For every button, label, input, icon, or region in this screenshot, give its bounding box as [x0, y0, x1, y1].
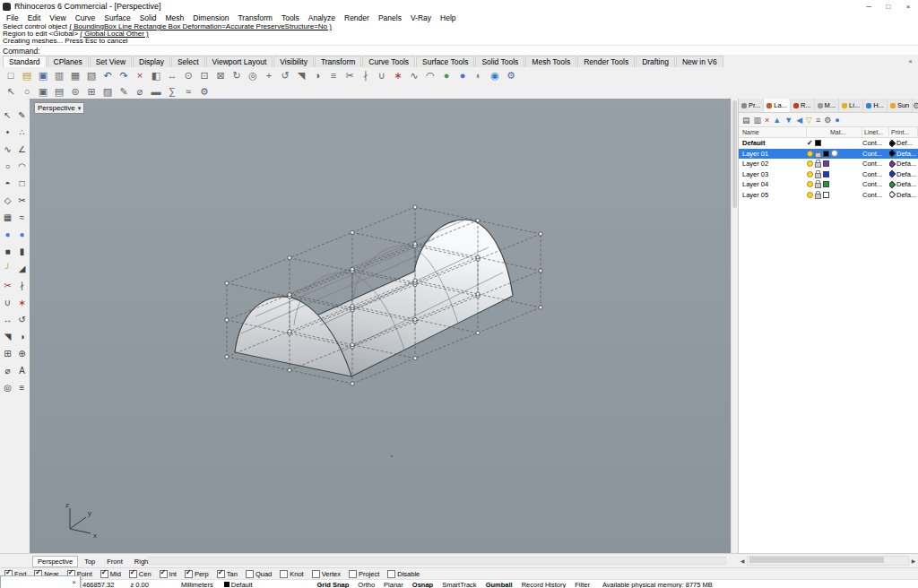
osnap-vertex[interactable]: Vertex	[312, 570, 341, 578]
zoom-window-button[interactable]: ⊡	[197, 68, 212, 82]
render-button[interactable]: ●	[455, 68, 470, 82]
floating-palette[interactable]: ×	[0, 575, 81, 588]
close-button[interactable]: ×	[898, 0, 918, 13]
control-point[interactable]	[225, 318, 229, 322]
measure-button[interactable]: ⌀	[133, 84, 147, 99]
layer-print-color[interactable]: Defa...	[889, 150, 918, 158]
dimension-tool[interactable]: ⌀	[1, 363, 14, 377]
layer-print-color[interactable]: Defa...	[889, 180, 918, 188]
menu-item-mesh[interactable]: Mesh	[161, 13, 189, 22]
layer-lock-icon[interactable]	[815, 152, 821, 158]
open-file-button[interactable]: ▤	[20, 68, 34, 82]
osnap-project[interactable]: Project	[349, 570, 379, 578]
new-file-button[interactable]: □	[4, 68, 18, 82]
options-button[interactable]: ⚙	[504, 68, 518, 82]
osnap-cen[interactable]: ✓Cen	[129, 570, 152, 578]
panel-horizontal-scrollbar[interactable]: ◀ ▶	[738, 554, 918, 567]
explode-button[interactable]: ∗	[391, 68, 405, 82]
status-pane-ortho[interactable]: Ortho	[358, 581, 375, 588]
viewport-title-tab[interactable]: Perspective ▾	[34, 102, 84, 114]
minimize-button[interactable]: ─	[859, 0, 879, 13]
move-button[interactable]: +	[262, 68, 276, 82]
layer-color-swatch[interactable]	[823, 160, 829, 167]
layer-print-color[interactable]: Defa...	[889, 191, 918, 199]
toolbar-tab-curve-tools[interactable]: Curve Tools	[362, 56, 415, 67]
viewport-tab-front[interactable]: Front	[101, 556, 128, 567]
status-pane-grid-snap[interactable]: Grid Snap	[317, 581, 350, 588]
scrollbar-thumb[interactable]	[732, 100, 737, 208]
panel-tab-lights[interactable]: Li...	[839, 99, 863, 112]
join-tool[interactable]: ∪	[1, 295, 14, 309]
array-tool[interactable]: ⊞	[1, 346, 14, 360]
control-point[interactable]	[351, 304, 354, 307]
control-point[interactable]	[351, 267, 354, 271]
control-point[interactable]	[351, 230, 354, 234]
status-units[interactable]: Millimeters	[181, 581, 213, 588]
status-pane-osnap[interactable]: Osnap	[412, 581, 433, 588]
layer-lock-icon[interactable]	[815, 194, 821, 199]
toolbar-tab-new-in-v6[interactable]: New in V6	[676, 56, 723, 67]
move-tool[interactable]: ↔	[1, 312, 14, 326]
point-tool[interactable]: •	[1, 125, 14, 139]
layer-print-color[interactable]: Def...	[889, 139, 918, 147]
status-layer-chip[interactable]: Default	[224, 581, 253, 588]
control-point[interactable]	[351, 382, 354, 385]
menu-item-tools[interactable]: Tools	[277, 13, 304, 22]
rectangle-tool[interactable]: □	[15, 176, 29, 190]
layer-lock-icon[interactable]	[815, 173, 821, 178]
osnap-quad[interactable]: Quad	[246, 570, 272, 578]
menu-item-render[interactable]: Render	[340, 13, 374, 22]
scrollbar-thumb[interactable]	[749, 557, 884, 563]
layer-color-swatch[interactable]	[823, 181, 829, 187]
status-pane-planar[interactable]: Planar	[384, 581, 403, 588]
menu-item-solid[interactable]: Solid	[135, 13, 161, 22]
menu-item-dimension[interactable]: Dimension	[188, 13, 233, 22]
cylinder-tool[interactable]: ▮	[15, 244, 29, 258]
control-point[interactable]	[413, 205, 417, 209]
cursor-tool-button[interactable]: ↖	[4, 84, 18, 99]
new-layer-button[interactable]: ▤	[742, 116, 750, 125]
layer-linetype[interactable]: Cont...	[862, 160, 889, 168]
render-settings-button[interactable]: ◐	[472, 68, 486, 82]
checkbox-mid[interactable]: ✓	[100, 570, 108, 578]
list-view-button[interactable]: ≡	[816, 116, 820, 125]
scroll-left-arrow-icon[interactable]: ◀	[738, 558, 747, 564]
grid-button[interactable]: ⊞	[84, 84, 99, 99]
panel-tab-layers[interactable]: La...	[764, 99, 791, 112]
zoom-extents-button[interactable]: ⊠	[213, 68, 228, 82]
layer-visibility-bulb-icon[interactable]	[807, 160, 813, 167]
filter-button[interactable]: ▽	[806, 116, 812, 125]
menu-item-surface[interactable]: Surface	[100, 13, 134, 22]
chevron-down-icon[interactable]: ▾	[78, 105, 82, 112]
circle-tool[interactable]: ○	[1, 159, 14, 173]
menu-item-v-ray[interactable]: V-Ray	[406, 13, 436, 22]
gear-button[interactable]: ⚙	[197, 84, 212, 99]
column-header-print[interactable]: Print...	[889, 127, 918, 137]
earth-button[interactable]: ◉	[488, 68, 502, 82]
layer-settings-button[interactable]: ⚙	[824, 116, 831, 125]
toolbar-tab-cplanes[interactable]: CPlanes	[48, 56, 89, 67]
toolbar-tab-surface-tools[interactable]: Surface Tools	[416, 56, 474, 67]
save-file-button[interactable]: ▣	[36, 68, 50, 82]
menu-item-help[interactable]: Help	[436, 13, 460, 22]
layer-linetype[interactable]: Cont...	[862, 150, 889, 158]
viewport-tab-perspective[interactable]: Perspective	[32, 556, 78, 567]
text-tool[interactable]: A	[15, 363, 29, 377]
layer-row[interactable]: Layer 03Cont...Defa...	[739, 169, 918, 180]
panel-gear-icon[interactable]: ⚙	[913, 101, 918, 110]
control-point[interactable]	[476, 219, 480, 222]
polyline-tool[interactable]: ∠	[15, 142, 29, 156]
center-snap-button[interactable]: ⊚	[68, 84, 82, 99]
checkbox-quad[interactable]	[246, 570, 254, 578]
control-point[interactable]	[225, 355, 229, 359]
status-pane-gumball[interactable]: Gumball	[486, 581, 513, 588]
osnap-disable[interactable]: Disable	[387, 570, 420, 578]
checkbox-disable[interactable]	[387, 570, 395, 578]
palette-close-icon[interactable]: ×	[72, 578, 80, 586]
layer-visibility-bulb-icon[interactable]	[807, 151, 813, 157]
checkbox-vertex[interactable]	[312, 570, 320, 578]
layer-row[interactable]: Layer 01Cont...Defa...	[739, 149, 918, 160]
sphere-tool[interactable]: ●	[1, 227, 14, 241]
layer-visibility-bulb-icon[interactable]	[807, 181, 813, 187]
layer-tool[interactable]: ≡	[15, 380, 29, 394]
